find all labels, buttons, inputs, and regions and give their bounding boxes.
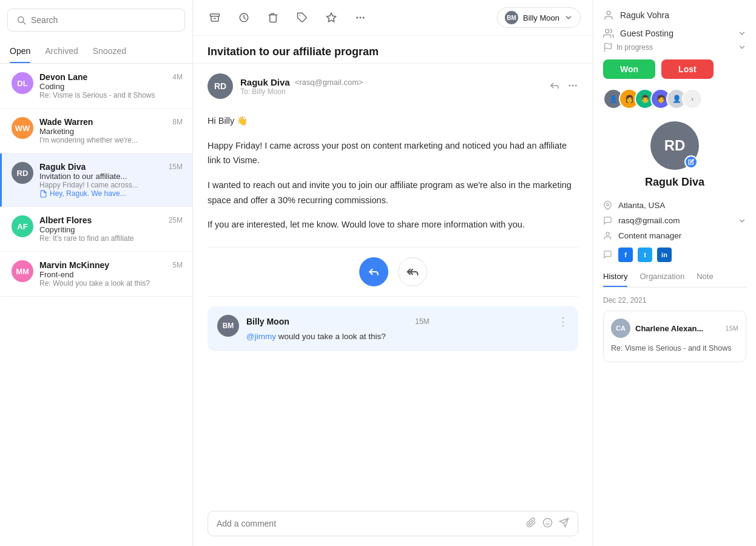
history-date: Dec 22, 2021 (603, 296, 746, 305)
note-time: 15M (415, 317, 429, 326)
pipeline-name: Guest Posting (620, 29, 673, 38)
attachment-icon[interactable] (526, 517, 536, 530)
conv-category-devon: Coding (39, 82, 183, 91)
facebook-icon[interactable]: f (618, 248, 633, 262)
conv-preview-devon: Re: Visme is Serious - and it Shows (39, 91, 183, 99)
conv-preview-raguk: Happy Friday! I came across... (39, 181, 183, 189)
conv-time-raguk: 15M (169, 163, 183, 171)
flag-icon (603, 42, 613, 52)
note-content: Billy Moon 15M ⋮ @jimmy would you take a… (246, 315, 569, 343)
stage-item: In progress (603, 42, 746, 52)
conv-content-devon: Devon Lane 4M Coding Re: Visme is Seriou… (39, 72, 183, 99)
contact-social: f t in (603, 246, 746, 262)
conv-content-marvin: Marvin McKinney 5M Front-end Re: Would y… (39, 260, 183, 288)
linkedin-icon[interactable]: in (657, 248, 672, 262)
location-icon (603, 201, 612, 210)
conv-name-marvin: Marvin McKinney (39, 260, 109, 270)
contact-location-text: Atlanta, USA (618, 201, 665, 210)
contact-location: Atlanta, USA (603, 201, 746, 210)
contact-email-text: rasq@gmail.com (618, 216, 680, 225)
conv-preview-albert: Re: It's rare to find an affiliate (39, 234, 183, 243)
send-icon[interactable] (559, 517, 569, 530)
person-icon (603, 10, 614, 21)
comment-input[interactable] (217, 519, 520, 528)
conversation-item-marvin[interactable]: MM Marvin McKinney 5M Front-end Re: Woul… (0, 252, 192, 297)
tag-icon[interactable] (292, 8, 312, 27)
conv-name-albert: Albert Flores (39, 215, 92, 225)
conv-time-marvin: 5M (172, 261, 183, 269)
svg-point-7 (357, 17, 358, 18)
conv-content-wade: Wade Warren 8M Marketing I'm wondering w… (39, 117, 183, 144)
svg-point-18 (607, 11, 610, 15)
emoji-icon[interactable] (542, 517, 553, 530)
edit-avatar-badge[interactable] (684, 155, 698, 169)
svg-line-1 (23, 22, 25, 24)
history-card: CA Charlene Alexan... 15M Re: Visme is S… (603, 311, 746, 362)
contact-role-text: Content manager (618, 231, 681, 240)
left-panel: Open Archived Snoozed DL Devon Lane 4M C… (0, 0, 193, 546)
archive-icon[interactable] (205, 8, 224, 27)
tab-archived[interactable]: Archived (45, 40, 78, 63)
tab-open[interactable]: Open (10, 40, 30, 63)
svg-point-12 (576, 85, 577, 86)
tab-note[interactable]: Note (697, 268, 713, 287)
avatar-devon: DL (12, 72, 33, 94)
conv-time-albert: 25M (169, 216, 183, 224)
sender-name: Raguk Diva (240, 77, 290, 87)
conv-category-wade: Marketing (39, 127, 183, 136)
contact-avatar-large: RD (650, 121, 699, 170)
social-icons: f t in (618, 248, 672, 262)
search-icon (16, 15, 26, 25)
comment-icons (526, 517, 569, 530)
email-to: To: Billy Moon (240, 87, 363, 96)
lost-button[interactable]: Lost (661, 59, 714, 79)
tab-organization[interactable]: Organization (640, 268, 684, 287)
trash-icon[interactable] (263, 8, 283, 27)
svg-rect-2 (211, 14, 220, 16)
note-more-icon[interactable]: ⋮ (558, 315, 569, 328)
conv-content-albert: Albert Flores 25M Copyriting Re: It's ra… (39, 215, 183, 243)
note-text: @jimmy would you take a look at this? (246, 331, 569, 343)
tab-snoozed[interactable]: Snoozed (93, 40, 126, 63)
right-panel: Raguk Vohra Guest Posting In progress Wo… (593, 0, 756, 546)
team-more-button[interactable]: › (682, 89, 703, 109)
pipeline-chevron-icon (738, 29, 746, 38)
won-lost-row: Won Lost (603, 59, 746, 79)
search-input[interactable] (31, 15, 176, 25)
history-sender-avatar: CA (611, 318, 630, 338)
stage-label: In progress (616, 43, 653, 52)
avatar-wade: WW (12, 117, 33, 139)
assignee-avatar: BM (505, 11, 518, 24)
conv-preview-wade: I'm wondering whether we're... (39, 136, 183, 144)
contact-profile: RD Raguk Diva (603, 121, 746, 191)
history-card-time: 15M (726, 325, 738, 332)
contact-email-detail: rasq@gmail.com (603, 216, 746, 225)
conv-name-devon: Devon Lane (39, 72, 87, 82)
svg-point-9 (363, 17, 365, 18)
svg-point-10 (569, 85, 570, 86)
conversation-item-devon[interactable]: DL Devon Lane 4M Coding Re: Visme is Ser… (0, 64, 192, 109)
star-icon[interactable] (322, 8, 341, 27)
svg-point-19 (606, 29, 609, 33)
draft-icon (39, 190, 47, 198)
clock-icon[interactable] (234, 8, 254, 27)
won-button[interactable]: Won (603, 59, 655, 79)
note-body-text: would you take a look at this? (278, 332, 386, 341)
twitter-icon[interactable]: t (638, 248, 652, 262)
reply-icon[interactable] (549, 80, 560, 93)
conversation-item-raguk[interactable]: RD Raguk Diva 15M Invitation to our affi… (0, 153, 192, 207)
conversation-item-albert[interactable]: AF Albert Flores 25M Copyriting Re: It's… (0, 207, 192, 252)
conv-name-raguk: Raguk Diva (39, 162, 86, 172)
more-email-icon[interactable] (567, 80, 578, 93)
conversation-item-wade[interactable]: WW Wade Warren 8M Marketing I'm wonderin… (0, 109, 192, 153)
reply-all-button[interactable] (398, 257, 427, 286)
reply-button[interactable] (359, 257, 388, 286)
more-icon[interactable] (351, 8, 370, 27)
conv-preview-marvin: Re: Would you take a look at this? (39, 279, 183, 288)
assignee-button[interactable]: BM Billy Moon (497, 7, 581, 28)
search-bar[interactable] (7, 8, 185, 32)
comment-box[interactable] (208, 511, 578, 536)
email-body-area: RD Raguk Diva <rasq@gmail.com> To: Billy… (193, 64, 593, 511)
tab-history[interactable]: History (603, 268, 627, 287)
speech-icon (603, 250, 612, 259)
